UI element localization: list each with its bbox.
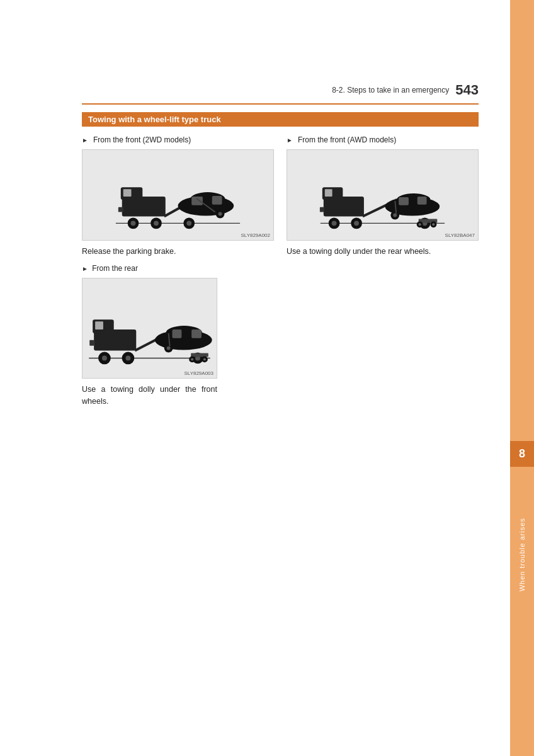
chapter-vertical-text: When trouble arises bbox=[518, 518, 526, 592]
svg-point-9 bbox=[154, 220, 159, 226]
col-awd: ► From the front (AWD models) bbox=[287, 135, 479, 258]
col-awd-text: From the front (AWD models) bbox=[298, 135, 396, 144]
svg-point-17 bbox=[219, 212, 222, 216]
image-awd: SLY82BA047 bbox=[287, 149, 479, 241]
img-code-awd: SLY82BA047 bbox=[445, 232, 475, 238]
main-content: 8-2. Steps to take in an emergency 543 T… bbox=[0, 0, 510, 756]
svg-point-42 bbox=[432, 223, 435, 226]
rear-label: ► From the rear bbox=[82, 264, 479, 273]
svg-point-52 bbox=[125, 355, 130, 360]
svg-rect-12 bbox=[191, 197, 203, 205]
svg-point-15 bbox=[186, 220, 191, 226]
page-header: 8-2. Steps to take in an emergency 543 bbox=[82, 0, 479, 105]
col-2wd-label: ► From the front (2WD models) bbox=[82, 135, 274, 144]
svg-rect-22 bbox=[325, 189, 332, 197]
chapter-number: 8 bbox=[510, 441, 534, 467]
section-text: 8-2. Steps to take in an emergency bbox=[332, 86, 449, 94]
svg-rect-24 bbox=[320, 207, 324, 212]
col-2wd-text: From the front (2WD models) bbox=[93, 135, 191, 144]
chapter-label-container: When trouble arises bbox=[510, 472, 534, 636]
rear-section: ► From the rear bbox=[82, 264, 479, 408]
rear-label-text: From the rear bbox=[92, 264, 138, 273]
svg-rect-3 bbox=[123, 189, 132, 197]
svg-point-58 bbox=[167, 346, 171, 350]
svg-point-50 bbox=[102, 355, 107, 360]
svg-rect-5 bbox=[118, 207, 123, 212]
svg-rect-13 bbox=[212, 196, 222, 205]
img-code-2wd: SLY829A002 bbox=[241, 232, 270, 238]
svg-rect-32 bbox=[418, 197, 427, 205]
svg-point-64 bbox=[191, 358, 193, 360]
image-rear: SLY829A003 bbox=[82, 278, 217, 379]
svg-rect-46 bbox=[95, 321, 103, 329]
svg-rect-56 bbox=[173, 329, 182, 338]
svg-rect-31 bbox=[399, 197, 409, 205]
page-number: 543 bbox=[455, 82, 479, 98]
caption-rear: Use a towing dolly under the front wheel… bbox=[82, 384, 217, 408]
svg-rect-55 bbox=[191, 329, 202, 338]
bullet-awd: ► bbox=[287, 137, 293, 144]
svg-point-40 bbox=[419, 223, 421, 226]
tow-illustration-rear bbox=[82, 278, 217, 378]
col-awd-label: ► From the front (AWD models) bbox=[287, 135, 479, 144]
image-2wd: SLY829A002 bbox=[82, 149, 274, 241]
svg-rect-48 bbox=[89, 340, 94, 346]
img-code-rear: SLY829A003 bbox=[184, 370, 213, 376]
right-sidebar: 8 When trouble arises bbox=[510, 0, 534, 756]
caption-awd: Use a towing dolly under the rear wheels… bbox=[287, 246, 479, 258]
caption-2wd: Release the parking brake. bbox=[82, 246, 274, 258]
section-heading: Towing with a wheel-lift type truck bbox=[82, 112, 479, 127]
svg-rect-62 bbox=[191, 353, 208, 357]
bullet-2wd: ► bbox=[82, 137, 88, 144]
two-col-front: ► From the front (2WD models) bbox=[82, 135, 479, 258]
bullet-rear: ► bbox=[82, 265, 88, 272]
tow-illustration-2wd bbox=[82, 150, 273, 240]
svg-point-66 bbox=[203, 358, 206, 360]
svg-point-7 bbox=[131, 220, 136, 226]
svg-point-34 bbox=[393, 214, 397, 217]
svg-point-28 bbox=[354, 220, 359, 226]
tow-illustration-awd bbox=[287, 150, 478, 240]
col-2wd: ► From the front (2WD models) bbox=[82, 135, 274, 258]
svg-point-26 bbox=[332, 220, 337, 226]
